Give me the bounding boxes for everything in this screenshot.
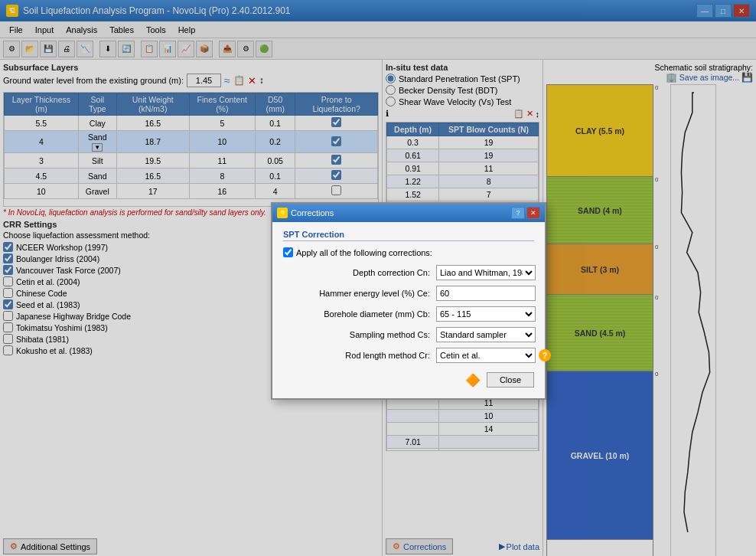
dialog-section-label: SPT Correction <box>283 230 534 241</box>
dialog-select-Sampling-method-Cs:[interactable]: Standard samplerSampler without liner <box>436 327 536 342</box>
dialog-title: Corrections <box>291 208 334 217</box>
help-icon[interactable]: ? <box>539 349 551 361</box>
dialog-apply-label: Apply all of the following corrections: <box>296 248 432 257</box>
dialog-footer: 🔶 Close <box>283 372 534 388</box>
dialog-select-Depth-correction-Cn:[interactable]: Liao and Whitman, 1986Kayen et al., 1992… <box>436 265 536 280</box>
dialog-close-x-button[interactable]: ✕ <box>526 207 540 219</box>
dialog-field-label: Hammer energy level (%) Ce: <box>283 289 436 298</box>
dialog-field-row: Sampling method Cs:Standard samplerSampl… <box>283 327 534 342</box>
dialog-field-label: Borehole diameter (mm) Cb: <box>283 309 436 319</box>
dialog-apply-row: Apply all of the following corrections: <box>283 247 534 257</box>
dialog-help-button[interactable]: ? <box>511 207 525 219</box>
dialog-field-label: Rod length method Cr: <box>283 351 436 360</box>
dialog-select-Borehole-diameter-(mm)-Cb:[interactable]: 65 - 115115 - 150> 150 <box>436 306 536 322</box>
corrections-dialog: ⚙ Corrections ? ✕ SPT Correction Apply a… <box>271 202 546 400</box>
dialog-field-label: Depth correction Cn: <box>283 268 436 277</box>
dialog-content: SPT Correction Apply all of the followin… <box>272 222 545 398</box>
dialog-icon: ⚙ <box>277 208 288 218</box>
dialog-overlay: ⚙ Corrections ? ✕ SPT Correction Apply a… <box>0 0 756 556</box>
dialog-field-row: Depth correction Cn:Liao and Whitman, 19… <box>283 265 534 280</box>
dialog-input-Hammer-energy-level-(%)-Ce:[interactable] <box>436 286 536 301</box>
dialog-field-label: Sampling method Cs: <box>283 330 436 339</box>
dialog-controls: ? ✕ <box>511 207 540 219</box>
dialog-orange-icon: 🔶 <box>465 373 481 388</box>
dialog-apply-checkbox[interactable] <box>283 247 293 257</box>
dialog-field-row: Borehole diameter (mm) Cb:65 - 115115 - … <box>283 306 534 322</box>
dialog-select-Rod-length-method-Cr:[interactable]: Cetin et al.Seed et al.NCEER (1997) <box>436 348 536 363</box>
dialog-close-button[interactable]: Close <box>487 372 534 388</box>
dialog-field-row: Rod length method Cr:Cetin et al.Seed et… <box>283 348 534 363</box>
dialog-field-row: Hammer energy level (%) Ce: <box>283 286 534 301</box>
dialog-titlebar: ⚙ Corrections ? ✕ <box>272 204 545 222</box>
dialog-fields: Depth correction Cn:Liao and Whitman, 19… <box>283 265 534 363</box>
